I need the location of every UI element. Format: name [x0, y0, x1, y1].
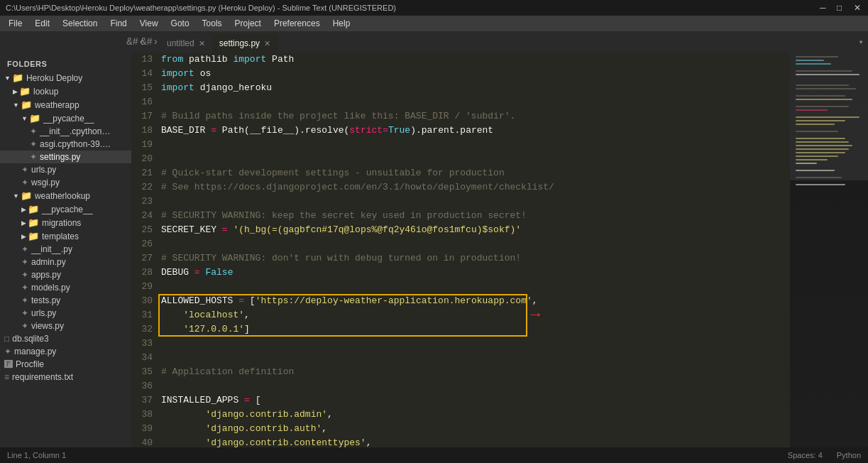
- sidebar-item-weatherlookup[interactable]: ▼📁weatherlookup: [0, 189, 131, 202]
- sidebar-item-asgi.cpython-39.…[interactable]: ✦asgi.cpython-39.…: [0, 138, 131, 151]
- tree-item-label: migrations: [42, 218, 81, 228]
- code-line-14: import os: [161, 67, 787, 81]
- sidebar-item-weatherapp[interactable]: ▼📁weatherapp: [0, 98, 131, 111]
- line-number-23: 23: [131, 195, 153, 209]
- folder-triangle-icon: ▼: [4, 75, 11, 82]
- file-icon: ✦: [30, 139, 37, 149]
- menu-item-find[interactable]: Find: [104, 17, 132, 30]
- close-button[interactable]: ✕: [854, 4, 862, 12]
- sidebar-item-lookup[interactable]: ▶📁lookup: [0, 85, 131, 98]
- tree-item-label: weatherapp: [35, 100, 79, 110]
- tab-dropdown-button[interactable]: ▾: [854, 31, 868, 53]
- sidebar-item-tests.py[interactable]: ✦tests.py: [0, 294, 131, 307]
- minimap: [790, 53, 868, 447]
- tab-next-button[interactable]: &#›;: [145, 31, 160, 53]
- tabbar: &#‹; &#›; untitled✕settings.py✕▾: [0, 31, 868, 53]
- svg-rect-0: [796, 56, 838, 58]
- tab-untitled[interactable]: untitled✕: [160, 34, 212, 53]
- line-number-17: 17: [131, 109, 153, 124]
- menu-item-preferences[interactable]: Preferences: [268, 17, 326, 30]
- tab-close-icon[interactable]: ✕: [199, 40, 205, 48]
- code-line-17: # Build paths inside the project like th…: [161, 109, 787, 124]
- sidebar-item-__pycache__[interactable]: ▶📁__pycache__: [0, 202, 131, 216]
- code-line-31: 'localhost',: [161, 308, 787, 322]
- tree-item-label: urls.py: [31, 165, 56, 175]
- sidebar-item-__pycache__[interactable]: ▼📁__pycache__: [0, 111, 131, 125]
- sidebar-item-templates[interactable]: ▶📁templates: [0, 229, 131, 243]
- file-icon: ✦: [30, 126, 37, 136]
- sidebar-item-procfile[interactable]: 🅿Procfile: [0, 358, 131, 371]
- code-line-28: DEBUG = False: [161, 266, 787, 280]
- sidebar-item-requirements.txt[interactable]: ≡requirements.txt: [0, 371, 131, 383]
- tab-settings[interactable]: settings.py✕: [212, 34, 278, 53]
- line-number-25: 25: [131, 223, 153, 237]
- folder-icon: 📁: [28, 217, 39, 228]
- sidebar-item-urls.py[interactable]: ✦urls.py: [0, 163, 131, 176]
- line-number-31: 31: [131, 308, 153, 322]
- menu-item-tools[interactable]: Tools: [197, 17, 228, 30]
- tree-item-label: templates: [42, 232, 79, 241]
- sidebar-item-models.py[interactable]: ✦models.py: [0, 281, 131, 294]
- svg-rect-20: [796, 156, 838, 157]
- line-number-19: 19: [131, 138, 153, 152]
- tree-item-label: apps.py: [31, 270, 61, 280]
- svg-rect-14: [796, 131, 838, 132]
- sidebar-item-__init__.py[interactable]: ✦__init__.py: [0, 243, 131, 256]
- tab-close-icon[interactable]: ✕: [264, 40, 270, 48]
- folder-triangle-icon: ▼: [13, 102, 19, 109]
- code-content[interactable]: from pathlib import Pathimport osimport …: [158, 53, 790, 447]
- tree-item-label: wsgi.py: [31, 178, 60, 187]
- menu-item-view[interactable]: View: [134, 17, 164, 30]
- folder-triangle-icon: ▶: [21, 206, 26, 213]
- menu-item-selection[interactable]: Selection: [57, 17, 103, 30]
- sidebar-item-heroku_deploy[interactable]: ▼📁Heroku Deploy: [0, 71, 131, 85]
- svg-rect-18: [796, 148, 849, 150]
- tree-item-label: Heroku Deploy: [26, 73, 82, 83]
- tree-item-label: __pycache__: [43, 114, 94, 124]
- sidebar-item-migrations[interactable]: ▶📁migrations: [0, 216, 131, 229]
- folder-icon: 📁: [12, 72, 23, 83]
- sidebar-item-apps.py[interactable]: ✦apps.py: [0, 268, 131, 281]
- file-icon: ✦: [21, 308, 28, 318]
- minimize-button[interactable]: ─: [820, 4, 828, 12]
- code-line-18: BASE_DIR = Path(__file__).resolve(strict…: [161, 124, 787, 138]
- sidebar-item-wsgi.py[interactable]: ✦wsgi.py: [0, 176, 131, 189]
- folder-triangle-icon: ▶: [21, 233, 26, 240]
- svg-rect-2: [796, 63, 831, 65]
- folder-icon: 📁: [28, 204, 39, 214]
- menu-item-goto[interactable]: Goto: [165, 17, 195, 30]
- sidebar-item-views.py[interactable]: ✦views.py: [0, 320, 131, 332]
- code-line-33: [161, 337, 787, 351]
- code-line-30: ALLOWED_HOSTS = ['https://deploy-weather…: [161, 294, 787, 308]
- file-icon: 🅿: [4, 359, 13, 369]
- line-number-40: 40: [131, 436, 153, 447]
- tree-item-label: db.sqlite3: [12, 334, 48, 344]
- sidebar-item-settings.py[interactable]: ✦settings.py: [0, 151, 131, 163]
- folder-triangle-icon: ▶: [13, 88, 18, 95]
- sidebar-item-manage.py[interactable]: ✦manage.py: [0, 345, 131, 358]
- sidebar-item-db.sqlite3[interactable]: □db.sqlite3: [0, 332, 131, 345]
- line-number-21: 21: [131, 166, 153, 180]
- menu-item-edit[interactable]: Edit: [29, 17, 55, 30]
- code-line-23: [161, 195, 787, 209]
- maximize-button[interactable]: □: [837, 4, 845, 12]
- svg-rect-11: [796, 116, 859, 118]
- code-line-25: SECRET_KEY = '(h_bg(=(gagbfcn#17q@lops%@…: [161, 223, 787, 237]
- line-number-38: 38: [131, 408, 153, 422]
- folder-icon: 📁: [21, 99, 32, 110]
- svg-rect-9: [796, 106, 849, 107]
- svg-rect-25: [796, 184, 845, 185]
- menu-item-project[interactable]: Project: [229, 17, 267, 30]
- menu-item-help[interactable]: Help: [327, 17, 356, 30]
- line-number-27: 27: [131, 251, 153, 266]
- line-number-15: 15: [131, 81, 153, 95]
- tree-item-label: manage.py: [14, 347, 56, 356]
- menu-item-file[interactable]: File: [3, 17, 28, 30]
- sidebar-item-__init__.cpython…[interactable]: ✦__init__.cpython…: [0, 125, 131, 138]
- sidebar-item-admin.py[interactable]: ✦admin.py: [0, 256, 131, 268]
- title-text: C:\Users\HP\Desktop\Heroku Deploy\weathe…: [6, 4, 396, 12]
- file-icon: ✦: [21, 270, 28, 280]
- sidebar-item-urls.py[interactable]: ✦urls.py: [0, 307, 131, 320]
- folder-icon: 📁: [21, 190, 32, 201]
- tree-item-label: requirements.txt: [12, 372, 73, 382]
